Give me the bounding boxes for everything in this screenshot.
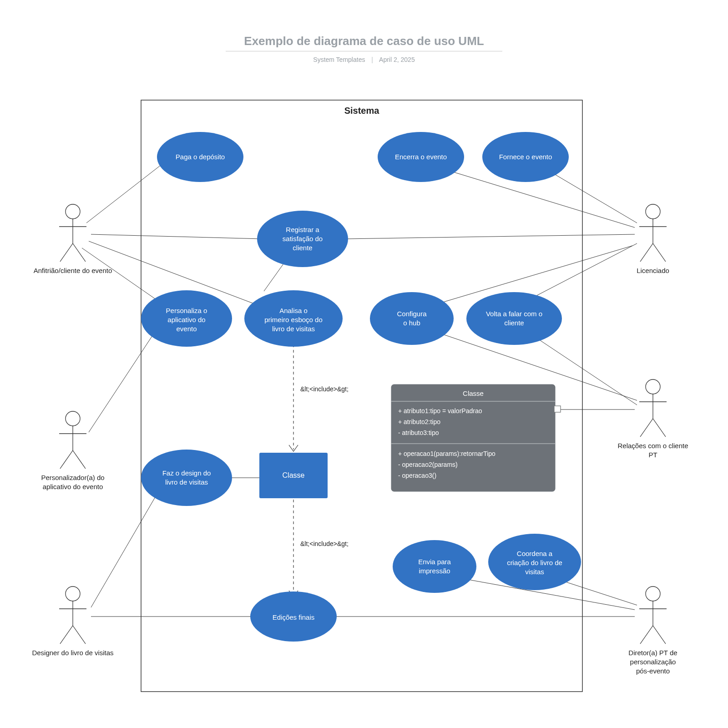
svg-point-37 (66, 204, 80, 219)
svg-line-41 (73, 243, 86, 262)
diagram-subhead: System Templates | April 2, 2025 (0, 56, 728, 63)
class-detail-box[interactable]: Classe + atributo1:tipo = valorPadrao + … (391, 384, 561, 491)
class-rect[interactable]: Classe (259, 453, 328, 498)
system-label: Sistema (344, 106, 380, 116)
svg-point-69 (646, 586, 660, 601)
usecase-analyze-draft[interactable]: Analisa oprimeiro esboço dolivro de visi… (244, 290, 343, 347)
svg-line-53 (73, 450, 86, 469)
svg-line-59 (640, 419, 653, 437)
svg-text:Encerra o evento: Encerra o evento (395, 153, 447, 161)
svg-point-16 (141, 450, 232, 506)
svg-line-73 (653, 626, 666, 644)
svg-text:+ atributo1:tipo = valorPadrao: + atributo1:tipo = valorPadrao (398, 407, 482, 415)
svg-point-12 (370, 292, 454, 345)
svg-text:PT: PT (648, 451, 657, 459)
svg-text:+ atributo2:tipo: + atributo2:tipo (398, 418, 440, 425)
svg-text:Licenciado: Licenciado (637, 267, 669, 274)
include-label-1: &lt;<include>&gt; (300, 385, 349, 393)
svg-text:Relações com o cliente: Relações com o cliente (617, 442, 688, 450)
diagram-header: Exemplo de diagrama de caso de uso UML S… (0, 34, 728, 63)
svg-text:Classe: Classe (283, 471, 305, 479)
assoc-host-deposit (86, 159, 168, 223)
svg-text:- operacao2(params): - operacao2(params) (398, 461, 458, 468)
diagram-date: April 2, 2025 (379, 56, 415, 63)
assoc-lic-register (346, 234, 635, 239)
svg-line-72 (640, 626, 653, 644)
svg-line-67 (73, 626, 86, 644)
svg-text:aplicativo do evento: aplicativo do evento (43, 483, 103, 490)
svg-line-52 (60, 450, 73, 469)
svg-point-18 (393, 540, 476, 593)
svg-point-63 (66, 586, 80, 601)
usecase-register-satisfaction[interactable]: Registrar asatisfação docliente (257, 211, 348, 267)
usecase-final-editions[interactable]: Edições finais (250, 592, 337, 642)
svg-text:Anfitrião/cliente do evento: Anfitrião/cliente do evento (34, 267, 112, 274)
svg-point-14 (466, 292, 562, 345)
diagram-title: Exemplo de diagrama de caso de uso UML (226, 34, 502, 51)
diagram-canvas: Sistema (46, 82, 682, 710)
usecase-send-print[interactable]: Envia paraimpressão (393, 540, 476, 593)
actor-host[interactable]: Anfitrião/cliente do evento (34, 204, 112, 274)
include-label-2: &lt;<include>&gt; (300, 540, 349, 547)
svg-line-47 (653, 243, 666, 262)
diagram-author: System Templates (313, 56, 365, 63)
svg-text:- operacao3(): - operacao3() (398, 472, 436, 479)
svg-text:Classe: Classe (463, 389, 484, 397)
svg-line-46 (640, 243, 653, 262)
svg-point-49 (66, 411, 80, 426)
usecase-configure-hub[interactable]: Configurao hub (370, 292, 454, 345)
usecase-coordinate-book[interactable]: Coordena acriação do livro devisitas (488, 534, 581, 590)
separator: | (371, 56, 373, 63)
svg-rect-36 (554, 406, 561, 412)
usecase-personalize-app[interactable]: Personaliza oaplicativo doevento (141, 290, 232, 347)
actor-personalizer[interactable]: Personalizador(a) do aplicativo do event… (41, 411, 104, 490)
actor-relations[interactable]: Relações com o cliente PT (617, 379, 688, 459)
assoc-host-personalize (82, 248, 164, 305)
svg-text:Paga o depósito: Paga o depósito (176, 153, 225, 161)
actor-licensee[interactable]: Licenciado (637, 204, 669, 274)
svg-point-43 (646, 204, 660, 219)
usecase-talk-again[interactable]: Volta a falar com ocliente (466, 292, 562, 345)
usecase-provide-event[interactable]: Fornece o evento (482, 132, 569, 182)
usecase-close-event[interactable]: Encerra o evento (378, 132, 464, 182)
svg-line-60 (653, 419, 666, 437)
svg-line-66 (60, 626, 73, 644)
svg-text:personalização: personalização (630, 658, 676, 666)
assoc-host-register (91, 234, 262, 239)
svg-text:Designer do livro de visitas: Designer do livro de visitas (32, 649, 113, 657)
svg-text:pós-evento: pós-evento (636, 667, 670, 675)
assoc-des-design (91, 482, 164, 607)
svg-text:Fornece o evento: Fornece o evento (499, 153, 552, 161)
usecase-design-guestbook[interactable]: Faz o design dolivro de visitas (141, 450, 232, 506)
assoc-pers-personalize (89, 332, 155, 432)
svg-point-56 (646, 379, 660, 394)
svg-line-40 (60, 243, 73, 262)
usecase-pay-deposit[interactable]: Paga o depósito (157, 132, 243, 182)
actor-director[interactable]: Diretor(a) PT de personalização pós-even… (628, 586, 677, 675)
svg-text:- atributo3:tipo: - atributo3:tipo (398, 429, 439, 436)
svg-text:Personalizador(a) do: Personalizador(a) do (41, 474, 104, 481)
actor-designer[interactable]: Designer do livro de visitas (32, 586, 113, 657)
svg-text:Diretor(a) PT de: Diretor(a) PT de (628, 649, 677, 657)
svg-text:+ operacao1(params):retornarTi: + operacao1(params):retornarTipo (398, 450, 495, 457)
svg-text:Edições finais: Edições finais (273, 613, 315, 621)
